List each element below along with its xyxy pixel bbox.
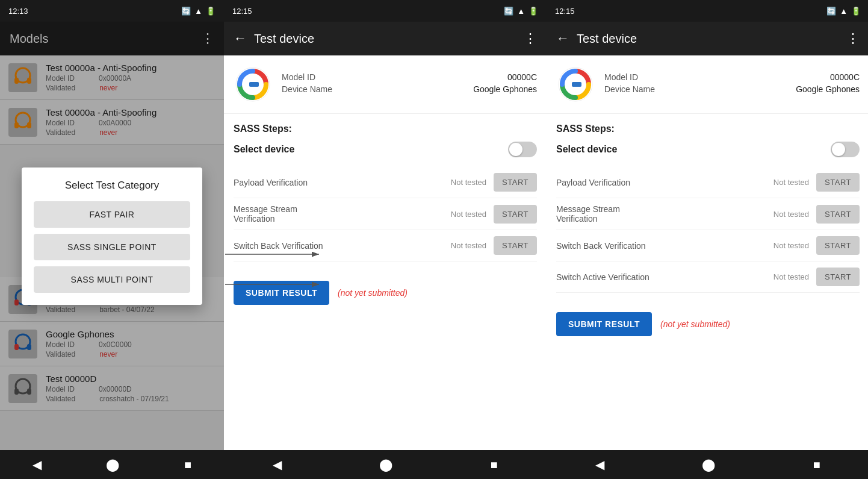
submit-section: SUBMIT RESULT (not yet submitted)	[547, 302, 868, 346]
sass-section: SASS Steps: Select device Payload Verifi…	[224, 114, 547, 271]
select-device-label: Select device	[556, 144, 617, 155]
phone2-content: ← Test device ⋮	[224, 22, 547, 450]
sass-section: SASS Steps: Select device Payload Verifi…	[547, 114, 868, 302]
svg-rect-22	[572, 82, 581, 87]
phone2-menu-icon[interactable]: ⋮	[524, 31, 537, 46]
phone2-title: Test device	[254, 32, 516, 46]
home-nav-icon[interactable]: ⬤	[702, 457, 715, 472]
test-label: Payload Verification	[234, 178, 438, 187]
back-icon[interactable]: ←	[556, 31, 569, 46]
test-row: Payload Verification Not tested START	[556, 167, 860, 198]
device-logo	[556, 65, 595, 104]
home-nav-icon[interactable]: ⬤	[106, 457, 119, 472]
phone3-status-icons: 🔄 ▲ 🔋	[826, 7, 861, 16]
sass-multi-point-button[interactable]: SASS MULTI POINT	[34, 266, 190, 293]
device-name-row: Device Name Google Gphones	[282, 84, 537, 94]
test-row: Message StreamVerification Not tested ST…	[556, 198, 860, 230]
test-row: Message StreamVerification Not tested ST…	[234, 198, 537, 230]
test-label: Switch Back Verification	[556, 241, 761, 251]
test-label: Switch Back Verification	[234, 241, 438, 251]
start-button[interactable]: START	[816, 205, 860, 224]
recents-nav-icon[interactable]: ■	[813, 458, 820, 472]
model-id-value: 00000C	[830, 72, 860, 82]
modal-title: Select Test Category	[34, 180, 190, 192]
phone3-app-bar: ← Test device ⋮	[547, 22, 868, 55]
phone2-test-content: Model ID 00000C Device Name Google Gphon…	[224, 55, 547, 450]
fast-pair-button[interactable]: FAST PAIR	[34, 201, 190, 228]
phone1: 12:13 🔄 ▲ 🔋 Models ⋮ Te	[0, 0, 224, 479]
phone1-nav-bar: ◀ ⬤ ■	[0, 450, 224, 479]
model-id-label: Model ID	[604, 72, 638, 82]
back-nav-icon[interactable]: ◀	[33, 457, 42, 472]
device-model-id-row: Model ID 00000C	[282, 72, 537, 82]
test-label: Message StreamVerification	[234, 204, 438, 224]
sass-title: SASS Steps:	[234, 124, 537, 134]
phone1-time: 12:13	[8, 7, 28, 16]
test-status: Not tested	[761, 178, 809, 187]
test-status: Not tested	[438, 210, 486, 219]
model-id-label: Model ID	[282, 72, 315, 82]
home-nav-icon[interactable]: ⬤	[379, 457, 392, 472]
device-details: Model ID 00000C Device Name Google Gphon…	[604, 72, 860, 96]
phone3-menu-icon[interactable]: ⋮	[846, 31, 860, 46]
test-label: Switch Active Verification	[556, 272, 761, 282]
submit-result-button[interactable]: SUBMIT RESULT	[234, 281, 329, 305]
test-row: Switch Active Verification Not tested ST…	[556, 261, 860, 293]
start-button[interactable]: START	[494, 236, 537, 255]
phone3-nav-bar: ◀ ⬤ ■	[547, 450, 868, 479]
phone2-time: 12:15	[232, 7, 252, 16]
google-logo-icon	[234, 65, 272, 104]
device-info-card: Model ID 00000C Device Name Google Gphon…	[224, 55, 547, 114]
device-model-id-row: Model ID 00000C	[604, 72, 860, 82]
phone3-content: ← Test device ⋮ Mode	[547, 22, 868, 450]
modal-overlay: Select Test Category FAST PAIR SASS SING…	[0, 22, 224, 450]
recents-nav-icon[interactable]: ■	[184, 458, 191, 472]
back-icon[interactable]: ←	[234, 31, 247, 46]
test-status: Not tested	[438, 241, 486, 250]
device-name-label: Device Name	[282, 84, 332, 94]
select-device-row: Select device	[234, 142, 537, 157]
start-button[interactable]: START	[816, 236, 860, 255]
device-info-card: Model ID 00000C Device Name Google Gphon…	[547, 55, 868, 114]
phone3-title: Test device	[577, 32, 839, 46]
phone3-status-bar: 12:15 🔄 ▲ 🔋	[547, 0, 868, 22]
test-label: Message StreamVerification	[556, 204, 761, 224]
device-details: Model ID 00000C Device Name Google Gphon…	[282, 72, 537, 96]
submit-result-button[interactable]: SUBMIT RESULT	[556, 312, 652, 336]
sass-single-point-button[interactable]: SASS SINGLE POINT	[34, 234, 190, 260]
svg-rect-20	[249, 82, 259, 87]
test-status: Not tested	[761, 272, 809, 281]
phone3-time: 12:15	[555, 7, 575, 16]
wifi-icon: ▲	[517, 7, 525, 16]
phone2-app-bar: ← Test device ⋮	[224, 22, 547, 55]
test-label: Payload Verification	[556, 178, 761, 187]
back-nav-icon[interactable]: ◀	[273, 457, 282, 472]
modal-card: Select Test Category FAST PAIR SASS SING…	[22, 167, 202, 305]
back-nav-icon[interactable]: ◀	[595, 457, 604, 472]
battery-icon: 🔋	[851, 7, 861, 16]
recents-nav-icon[interactable]: ■	[491, 458, 498, 472]
select-device-row: Select device	[556, 142, 860, 157]
toggle-knob	[509, 143, 522, 156]
start-button[interactable]: START	[816, 173, 860, 192]
phone1-status-bar: 12:13 🔄 ▲ 🔋	[0, 0, 224, 22]
phone2-nav-bar: ◀ ⬤ ■	[224, 450, 547, 479]
test-status: Not tested	[438, 178, 486, 187]
phone2-status-icons: 🔄 ▲ 🔋	[504, 7, 538, 16]
start-button[interactable]: START	[816, 268, 860, 286]
device-name-value: Google Gphones	[796, 84, 860, 94]
start-button[interactable]: START	[494, 205, 537, 224]
phone3-test-content: Model ID 00000C Device Name Google Gphon…	[547, 55, 868, 450]
phone2-status-bar: 12:15 🔄 ▲ 🔋	[224, 0, 547, 22]
wifi-icon: ▲	[194, 7, 202, 16]
test-status: Not tested	[761, 241, 809, 250]
model-id-value: 00000C	[507, 72, 537, 82]
phone2: 12:15 🔄 ▲ 🔋 ← Test device ⋮	[224, 0, 547, 479]
test-row: Payload Verification Not tested START	[234, 167, 537, 198]
start-button[interactable]: START	[494, 173, 537, 192]
select-device-toggle[interactable]	[831, 142, 860, 157]
device-logo	[234, 65, 272, 104]
sass-title: SASS Steps:	[556, 124, 860, 134]
select-device-toggle[interactable]	[508, 142, 537, 157]
device-name-label: Device Name	[604, 84, 655, 94]
